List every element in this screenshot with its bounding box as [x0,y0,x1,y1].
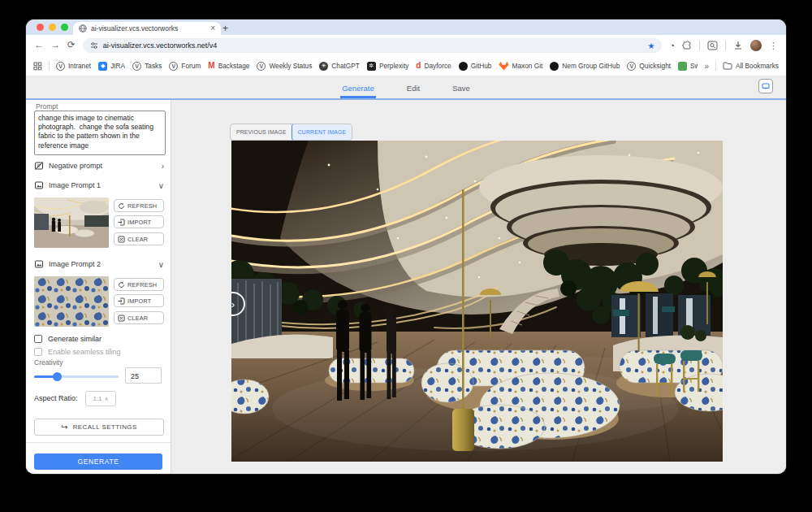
bookmark-nem-group-github[interactable]: Nem Group GitHub [550,62,620,71]
chevron-down-icon: ∨ [158,181,164,190]
seamless-tiling-checkbox[interactable] [34,348,42,356]
vectorworks-icon: V [132,62,141,71]
creativity-slider[interactable] [34,375,119,378]
bookmark-maxon-git[interactable]: Maxon Git [499,62,542,71]
tab-title: ai-visualizer.vcs.vectorworks [91,24,206,33]
reload-icon[interactable]: ⟳ [67,41,76,50]
tab-save[interactable]: Save [451,84,472,98]
panel-chat-icon [762,83,770,90]
tab-close-icon[interactable]: × [210,24,215,33]
refresh-button-2[interactable]: REFRESH [114,278,164,291]
import-button-1[interactable]: IMPORT [114,215,164,228]
creativity-label: Creativity [34,358,63,367]
browser-tab[interactable]: ai-visualizer.vcs.vectorworks × [73,22,221,35]
bookmark-backstage[interactable]: MBackstage [208,62,249,70]
negative-prompt-section[interactable]: Negative prompt › [34,159,164,172]
clear-button-2[interactable]: CLEAR [114,311,164,324]
zoom-window-button[interactable] [61,24,68,31]
bookmark-jira[interactable]: ◆JIRA [98,62,125,71]
bookmark-quicksight[interactable]: VQuicksight [627,62,671,71]
generate-similar-checkbox[interactable] [34,335,42,343]
globe-favicon-icon [79,24,87,33]
recall-settings-button[interactable]: ↪ RECALL SETTINGS [34,419,164,436]
current-image-button[interactable]: CURRENT IMAGE [292,124,353,141]
image-prompt-1-thumbnail[interactable] [34,197,109,248]
refresh-icon [118,281,125,289]
import-button-2[interactable]: IMPORT [114,294,164,307]
refresh-icon [118,202,125,210]
import-icon [118,219,125,226]
kebab-menu-icon[interactable]: ⋮ [769,41,778,51]
close-window-button[interactable] [37,24,44,31]
download-icon[interactable] [733,41,743,50]
performance-gauge-icon[interactable]: ◔ [669,41,675,50]
site-settings-tune-icon[interactable] [90,41,98,50]
bookmark-tasks[interactable]: VTasks [132,62,162,71]
all-bookmarks-button[interactable]: All Bookmarks [723,62,779,70]
generate-button[interactable]: GENERATE [34,453,162,470]
clear-icon [118,236,125,243]
chevron-right-icon: › [162,162,164,171]
tab-strip: ai-visualizer.vcs.vectorworks × + [26,20,786,35]
browser-toolbar: ← → ⟳ ai-visualizer.vcs.vectorworks.net/… [26,35,786,56]
bookmark-github[interactable]: GitHub [459,62,492,71]
app-content: Generate Edit Save Prompt change this im… [26,76,786,474]
profile-avatar[interactable] [750,40,762,51]
app-tab-bar: Generate Edit Save [26,76,786,100]
forward-icon[interactable]: → [51,41,61,50]
minimize-window-button[interactable] [49,24,56,31]
vectorworks-icon: V [56,62,65,71]
vectorworks-icon: V [257,62,266,71]
seamless-tiling-row: Enable seamless tiling [34,347,121,357]
jira-icon: ◆ [98,62,107,71]
refresh-button-1[interactable]: REFRESH [114,199,164,212]
image-toggle: PREVIOUS IMAGE CURRENT IMAGE [230,124,352,141]
previous-image-button[interactable]: PREVIOUS IMAGE [231,124,292,140]
tab-edit[interactable]: Edit [405,84,421,98]
recall-arrow-icon: ↪ [61,423,67,432]
slider-thumb[interactable] [53,372,62,381]
prompt-label: Prompt [36,102,58,111]
bookmark-swarm[interactable]: Swarm [678,62,698,71]
browser-window: ai-visualizer.vcs.vectorworks × + ← → ⟳ … [26,20,786,474]
url-text: ai-visualizer.vcs.vectorworks.net/v4 [103,41,643,50]
github-icon [550,62,559,71]
prompt-input[interactable]: change this image to cinematic photograp… [34,111,166,155]
side-search-icon[interactable] [707,41,718,50]
bookmarks-divider [49,61,50,71]
back-icon[interactable]: ← [34,41,44,50]
toolbar-divider [699,41,700,50]
new-tab-button[interactable]: + [222,22,228,35]
clear-button-1[interactable]: CLEAR [114,232,164,245]
clear-icon [118,315,125,322]
extensions-puzzle-icon[interactable] [682,41,692,50]
settings-sidebar: Prompt change this image to cinematic ph… [26,100,171,474]
aspect-ratio-dropdown[interactable]: 1:1 ∧ [85,391,116,406]
creativity-value-input[interactable]: 25 [125,367,162,384]
image-prompt-2-thumbnail[interactable] [34,276,109,327]
bookmarks-overflow-icon[interactable]: » [704,62,709,71]
sidebar-divider [26,442,171,443]
perplexity-icon: ✲ [367,62,376,71]
bookmark-forum[interactable]: VForum [169,62,201,71]
github-icon [459,62,468,71]
bookmark-chatgpt[interactable]: ✳ChatGPT [319,62,360,71]
image-icon [34,180,44,190]
swarm-icon [678,62,687,71]
bookmark-intranet[interactable]: VIntranet [56,62,91,71]
image-prompt-1-section[interactable]: Image Prompt 1 ∨ [34,179,164,192]
tab-generate[interactable]: Generate [340,84,376,98]
image-prompt-2-section[interactable]: Image Prompt 2 ∨ [34,258,164,271]
folder-icon [723,62,732,70]
aspect-ratio-label: Aspect Ratio: [34,394,78,402]
bookmark-dayforce[interactable]: dDayforce [416,62,451,70]
bookmark-weekly-status[interactable]: VWeekly Status [257,62,312,71]
bookmark-perplexity[interactable]: ✲Perplexity [367,62,408,71]
apps-grid-icon[interactable] [33,62,42,71]
address-bar[interactable]: ai-visualizer.vcs.vectorworks.net/v4 ★ [83,38,663,53]
traffic-lights [37,24,68,31]
side-panel-button[interactable] [758,79,773,93]
chatgpt-icon: ✳ [319,62,328,71]
bookmark-star-icon[interactable]: ★ [647,41,654,50]
negative-prompt-icon [34,161,44,171]
